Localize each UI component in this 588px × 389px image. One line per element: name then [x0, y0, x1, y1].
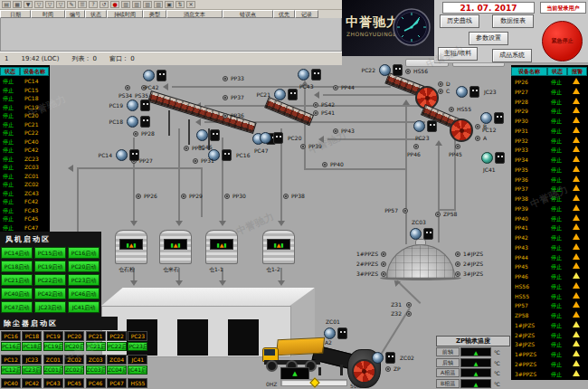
left-row-device[interactable]: PC15: [24, 87, 38, 93]
alarm-column-4[interactable]: 状态: [85, 10, 107, 18]
right-row-device[interactable]: PP57: [515, 302, 528, 308]
dust-start-button[interactable]: PC12启动: [1, 365, 21, 375]
left-row-device[interactable]: ZC03: [24, 164, 39, 170]
fan-start-button[interactable]: PC46启动: [68, 288, 100, 299]
alarm-dot-icon[interactable]: ●: [110, 1, 119, 8]
alarm-column-10[interactable]: 记录: [295, 10, 318, 18]
left-row-device[interactable]: FC47: [24, 224, 38, 231]
right-row-device[interactable]: PP45: [515, 263, 528, 270]
left-row-device[interactable]: FC43: [24, 207, 38, 213]
right-row-device[interactable]: PP26: [515, 79, 528, 85]
dust-start-button[interactable]: PC22启动: [107, 342, 127, 351]
filter3-icon[interactable]: ▽: [56, 1, 65, 8]
right-row-device[interactable]: PP31: [515, 128, 528, 134]
right-row-device[interactable]: PP41: [515, 224, 528, 231]
dust-start-button[interactable]: ZC04启动: [107, 365, 127, 375]
alarm-column-2[interactable]: 时间: [31, 10, 65, 18]
dust-start-button[interactable]: PC20启动: [64, 342, 84, 351]
alarm-column-3[interactable]: 编号: [65, 10, 85, 18]
grid1-icon[interactable]: ▥: [121, 1, 130, 8]
right-row-device[interactable]: 3#PPZS: [515, 371, 536, 377]
right-row-device[interactable]: PP39: [515, 205, 528, 212]
alarm-message-list[interactable]: [0, 18, 342, 52]
left-row-device[interactable]: ZC02: [24, 181, 39, 187]
alarm-column-9[interactable]: 优先: [273, 10, 295, 18]
right-row-device[interactable]: PP43: [515, 244, 528, 251]
dust-start-button[interactable]: PC19启动: [43, 342, 63, 351]
nav-button-1[interactable]: 历史曲线: [440, 14, 479, 28]
right-row-device[interactable]: 2#PPZS: [515, 361, 536, 367]
left-row-device[interactable]: PC14: [24, 78, 38, 84]
right-row-device[interactable]: PP30: [515, 118, 528, 124]
dust-start-button[interactable]: JC41启动: [128, 365, 147, 375]
save-icon[interactable]: ▼: [24, 1, 33, 8]
grid2-icon[interactable]: ▥: [132, 1, 141, 8]
emergency-stop-button[interactable]: 紧急停止: [542, 21, 583, 62]
right-row-device[interactable]: HS56: [515, 283, 529, 289]
left-row-device[interactable]: ZC01: [24, 173, 39, 179]
close-icon[interactable]: ✕: [186, 1, 195, 8]
alarm-column-1[interactable]: 日期: [0, 10, 31, 18]
fan-start-button[interactable]: PC15启动: [34, 247, 66, 259]
window-icon[interactable]: ▣: [165, 1, 174, 8]
list-icon[interactable]: ☰: [78, 1, 87, 8]
left-row-device[interactable]: PC20: [24, 112, 38, 119]
sort-icon[interactable]: ⇅: [175, 1, 185, 8]
right-row-device[interactable]: PP32: [515, 138, 528, 144]
nav-button-2[interactable]: 数据报表: [492, 14, 534, 28]
right-row-device[interactable]: PP37: [515, 185, 528, 192]
alarm-column-6[interactable]: 类型: [143, 10, 166, 18]
dust-start-button[interactable]: PC18启动: [22, 342, 42, 351]
right-row-device[interactable]: 2#JPZS: [515, 332, 535, 338]
alarm-column-5[interactable]: 持续时间: [107, 10, 143, 18]
fan-start-button[interactable]: JC23启动: [34, 301, 66, 313]
left-row-device[interactable]: PC21: [24, 121, 38, 128]
dust-start-button[interactable]: ZC02启动: [64, 365, 84, 375]
left-row-device[interactable]: PC18: [24, 95, 38, 101]
fan-start-button[interactable]: PC21启动: [1, 274, 33, 286]
filter2-icon[interactable]: ▽: [45, 1, 54, 8]
alarm-column-7[interactable]: 消息文本: [166, 10, 223, 18]
fan-start-button[interactable]: PC14启动: [1, 247, 33, 259]
right-row-device[interactable]: PP35: [515, 166, 528, 173]
dust-start-button[interactable]: JC23启动: [22, 365, 42, 375]
left-row-device[interactable]: PC40: [24, 138, 38, 145]
right-row-device[interactable]: PP33: [515, 147, 528, 153]
fan-start-button[interactable]: PC42启动: [34, 288, 66, 299]
left-row-device[interactable]: PC42: [24, 147, 38, 153]
left-row-device[interactable]: PC19: [24, 104, 38, 110]
fan-start-button[interactable]: PC40启动: [1, 288, 33, 299]
fan-start-button[interactable]: PC20启动: [68, 261, 100, 272]
left-row-device[interactable]: ZC43: [24, 190, 39, 196]
print-icon[interactable]: ▦: [13, 1, 22, 8]
right-row-device[interactable]: PP28: [515, 99, 528, 105]
fan-start-button[interactable]: PC22启动: [34, 274, 66, 286]
right-row-device[interactable]: PP36: [515, 176, 528, 183]
grid4-icon[interactable]: ▥: [154, 1, 163, 8]
right-row-device[interactable]: PP42: [515, 234, 528, 241]
right-row-device[interactable]: PP27: [515, 89, 528, 95]
dust-start-button[interactable]: PC23启动: [128, 342, 147, 351]
right-row-device[interactable]: HS55: [515, 293, 529, 299]
fan-start-button[interactable]: PC18启动: [1, 261, 33, 272]
right-row-device[interactable]: 1#PPZS: [515, 351, 536, 357]
nav-button-4[interactable]: 主辊/喂料: [438, 47, 478, 61]
fan-start-button[interactable]: PC16启动: [68, 247, 100, 259]
fan-start-button[interactable]: JC41启动: [68, 301, 100, 313]
dust-start-button[interactable]: PC16启动: [1, 342, 21, 351]
right-row-device[interactable]: PP46: [515, 273, 528, 280]
filter-icon[interactable]: ▽: [34, 1, 43, 8]
view-icon[interactable]: ▤: [2, 1, 11, 8]
right-row-device[interactable]: PP44: [515, 254, 528, 261]
left-row-device[interactable]: FC45: [24, 215, 38, 222]
fan-start-button[interactable]: PC23启动: [68, 274, 100, 286]
right-row-device[interactable]: 3#JPZS: [515, 341, 535, 347]
right-row-device[interactable]: PP34: [515, 157, 528, 163]
refresh-icon[interactable]: ↺: [100, 1, 109, 8]
right-row-device[interactable]: PP40: [515, 215, 528, 222]
alarm-column-8[interactable]: 错误点: [223, 10, 273, 18]
dust-start-button[interactable]: ZC01启动: [43, 365, 63, 375]
nav-button-3[interactable]: 参数设置: [469, 32, 508, 45]
right-row-device[interactable]: PP38: [515, 195, 528, 202]
grid3-icon[interactable]: ▥: [143, 1, 152, 8]
